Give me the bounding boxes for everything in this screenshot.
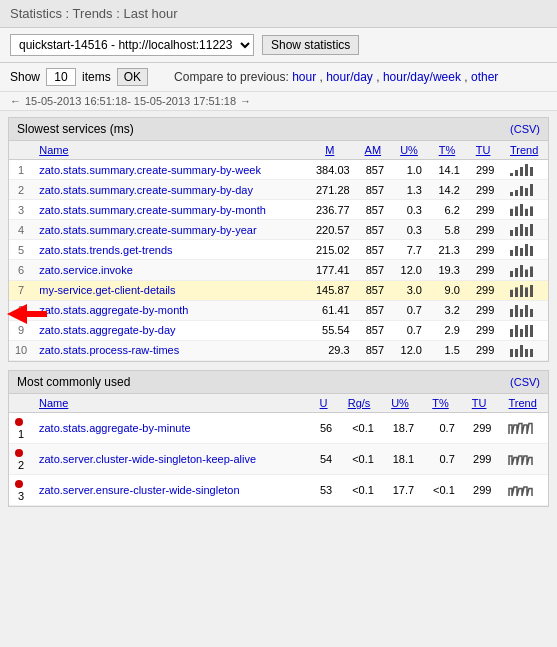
svg-rect-10 bbox=[530, 184, 533, 196]
service-name[interactable]: zato.service.invoke bbox=[33, 260, 304, 280]
tu-value: 299 bbox=[466, 280, 500, 300]
mu-col-tu[interactable]: TU bbox=[461, 394, 498, 413]
service-name[interactable]: zato.stats.aggregate-by-minute bbox=[33, 412, 309, 443]
compare-hour-day-week-link[interactable]: hour/day/week bbox=[383, 70, 461, 84]
u-value: 12.0 bbox=[390, 260, 428, 280]
service-name[interactable]: zato.stats.trends.get-trends bbox=[33, 240, 304, 260]
u-value: 0.3 bbox=[390, 200, 428, 220]
svg-rect-6 bbox=[510, 192, 513, 196]
svg-rect-48 bbox=[520, 345, 523, 357]
m-value: 384.03 bbox=[304, 160, 356, 180]
svg-rect-7 bbox=[515, 190, 518, 196]
svg-rect-39 bbox=[525, 305, 528, 317]
row-num: 3 bbox=[9, 200, 33, 220]
u-value: 0.7 bbox=[390, 300, 428, 320]
t-value: 3.2 bbox=[428, 300, 466, 320]
table-row: 2 zato.stats.summary.create-summary-by-d… bbox=[9, 180, 548, 200]
mu-col-u[interactable]: U bbox=[309, 394, 338, 413]
col-am[interactable]: AM bbox=[356, 141, 390, 160]
u-value: 3.0 bbox=[390, 280, 428, 300]
svg-rect-11 bbox=[510, 209, 513, 216]
svg-rect-4 bbox=[525, 164, 528, 176]
tu-value: 299 bbox=[461, 443, 498, 474]
mu-col-name[interactable]: Name bbox=[33, 394, 309, 413]
date-range: 15-05-2013 16:51:18- 15-05-2013 17:51:18 bbox=[25, 95, 236, 107]
mu-col-num bbox=[9, 394, 33, 413]
col-tu[interactable]: TU bbox=[466, 141, 500, 160]
trend-cell bbox=[500, 280, 548, 300]
am-value: 857 bbox=[356, 280, 390, 300]
t-value: 14.2 bbox=[428, 180, 466, 200]
col-tp[interactable]: T% bbox=[428, 141, 466, 160]
row-num: 2 bbox=[9, 443, 33, 474]
svg-rect-50 bbox=[530, 349, 533, 357]
table-row: 4 zato.stats.summary.create-summary-by-y… bbox=[9, 220, 548, 240]
service-name[interactable]: zato.stats.summary.create-summary-by-day bbox=[33, 180, 304, 200]
most-used-title: Most commonly used bbox=[17, 375, 130, 389]
up-value: 17.7 bbox=[380, 474, 420, 505]
t-value: 2.9 bbox=[428, 320, 466, 340]
t-value: 6.2 bbox=[428, 200, 466, 220]
up-value: 18.7 bbox=[380, 412, 420, 443]
ok-button[interactable]: OK bbox=[117, 68, 148, 86]
most-used-section: Most commonly used (CSV) Name U Rg/s U% … bbox=[8, 370, 549, 507]
service-name[interactable]: zato.stats.summary.create-summary-by-yea… bbox=[33, 220, 304, 240]
col-m[interactable]: M bbox=[304, 141, 356, 160]
svg-rect-8 bbox=[520, 186, 523, 196]
col-trend[interactable]: Trend bbox=[500, 141, 548, 160]
tp-value: 0.7 bbox=[420, 412, 461, 443]
compare-other-link[interactable]: other bbox=[471, 70, 498, 84]
t-value: 21.3 bbox=[428, 240, 466, 260]
mu-col-tp[interactable]: T% bbox=[420, 394, 461, 413]
most-used-csv-link[interactable]: (CSV) bbox=[510, 376, 540, 388]
slowest-section: Slowest services (ms) (CSV) Name M AM U% bbox=[8, 117, 549, 362]
m-value: 215.02 bbox=[304, 240, 356, 260]
u-value: 54 bbox=[309, 443, 338, 474]
svg-rect-46 bbox=[510, 349, 513, 357]
mu-col-rgs[interactable]: Rg/s bbox=[338, 394, 380, 413]
tu-value: 299 bbox=[461, 474, 498, 505]
right-arrow[interactable]: → bbox=[240, 95, 251, 107]
u-value: 0.7 bbox=[390, 320, 428, 340]
service-name[interactable]: zato.stats.summary.create-summary-by-wee… bbox=[33, 160, 304, 180]
service-name[interactable]: zato.stats.aggregate-by-month bbox=[33, 300, 304, 320]
col-up[interactable]: U% bbox=[390, 141, 428, 160]
service-name[interactable]: my-service.get-client-details bbox=[33, 280, 304, 300]
mu-col-trend[interactable]: Trend bbox=[497, 394, 548, 413]
svg-rect-30 bbox=[530, 266, 533, 277]
row-num: 5 bbox=[9, 240, 33, 260]
m-value: 271.28 bbox=[304, 180, 356, 200]
table-row: 3 zato.stats.summary.create-summary-by-m… bbox=[9, 200, 548, 220]
service-name[interactable]: zato.stats.aggregate-by-day bbox=[33, 320, 304, 340]
row-num: 4 bbox=[9, 220, 33, 240]
left-arrow[interactable]: ← bbox=[10, 95, 21, 107]
service-name[interactable]: zato.server.ensure-cluster-wide-singleto… bbox=[33, 474, 309, 505]
am-value: 857 bbox=[356, 180, 390, 200]
table-row: 10 zato.stats.process-raw-times 29.3 857… bbox=[9, 340, 548, 360]
page-title: Statistics : Trends : Last hour bbox=[10, 6, 178, 21]
show-statistics-button[interactable]: Show statistics bbox=[262, 35, 359, 55]
svg-rect-47 bbox=[515, 349, 518, 357]
u-value: 53 bbox=[309, 474, 338, 505]
svg-marker-0 bbox=[7, 304, 47, 324]
m-value: 55.54 bbox=[304, 320, 356, 340]
col-name[interactable]: Name bbox=[33, 141, 304, 160]
mu-col-up[interactable]: U% bbox=[380, 394, 420, 413]
compare-hour-day-link[interactable]: hour/day bbox=[326, 70, 373, 84]
u-value: 1.0 bbox=[390, 160, 428, 180]
server-select[interactable]: quickstart-14516 - http://localhost:1122… bbox=[10, 34, 254, 56]
items-input[interactable] bbox=[46, 68, 76, 86]
compare-hour-link[interactable]: hour bbox=[292, 70, 316, 84]
toolbar: quickstart-14516 - http://localhost:1122… bbox=[0, 28, 557, 63]
slowest-csv-link[interactable]: (CSV) bbox=[510, 123, 540, 135]
svg-rect-14 bbox=[525, 209, 528, 216]
service-name[interactable]: zato.server.cluster-wide-singleton-keep-… bbox=[33, 443, 309, 474]
service-name[interactable]: zato.stats.process-raw-times bbox=[33, 340, 304, 360]
slowest-section-header: Slowest services (ms) (CSV) bbox=[9, 118, 548, 141]
trend-cell bbox=[500, 320, 548, 340]
tu-value: 299 bbox=[466, 180, 500, 200]
service-name[interactable]: zato.stats.summary.create-summary-by-mon… bbox=[33, 200, 304, 220]
svg-rect-38 bbox=[520, 309, 523, 317]
svg-rect-24 bbox=[525, 244, 528, 256]
m-value: 29.3 bbox=[304, 340, 356, 360]
